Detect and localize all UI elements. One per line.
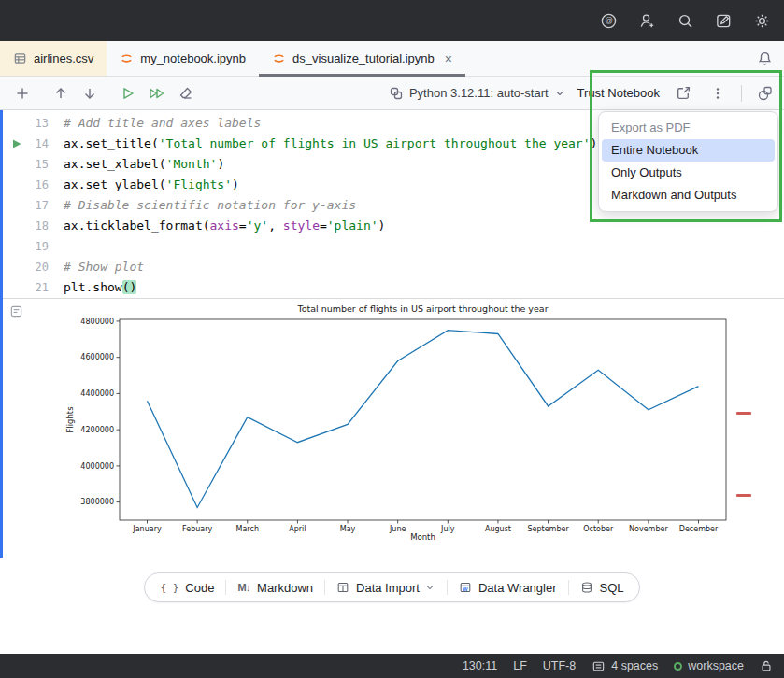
tab-bar: airlines.csvmy_notebook.ipynbds_visualiz… — [0, 41, 784, 77]
line-number: 20 — [24, 257, 49, 277]
line-number: 17 — [24, 195, 49, 216]
line-number: 16 — [24, 175, 49, 195]
button-label: Markdown — [257, 581, 313, 595]
toolbar-divider — [741, 85, 742, 102]
cell-output: 3800000400000042000004400000460000048000… — [0, 299, 784, 560]
tab-my-notebook-ipynb[interactable]: my_notebook.ipynb — [107, 41, 259, 76]
tab-label: ds_visualize_tutorial.ipynb — [292, 51, 435, 65]
svg-text:March: March — [236, 525, 259, 533]
data-import-icon — [336, 581, 349, 594]
tab-airlines-csv[interactable]: airlines.csv — [0, 41, 107, 76]
tab-strip: airlines.csvmy_notebook.ipynbds_visualiz… — [0, 41, 465, 76]
search-icon[interactable] — [676, 11, 694, 30]
caret-position[interactable]: 130:11 — [463, 659, 497, 672]
indent-setting[interactable]: 4 spaces — [592, 659, 658, 673]
database-icon — [580, 581, 593, 594]
button-label: Data Wrangler — [478, 581, 557, 595]
code-text: ax.set_title('Total number of flights in… — [49, 134, 597, 154]
add-cell-icon[interactable] — [11, 82, 34, 105]
button-label: Code — [185, 581, 214, 595]
code-text: ax.ticklabel_format(axis='y', style='pla… — [49, 216, 385, 236]
add-data-wrangler-cell-button[interactable]: WData Wrangler — [448, 573, 568, 601]
export-icon[interactable] — [672, 82, 694, 105]
gutter-space — [0, 236, 24, 257]
workspace-status-icon — [674, 662, 682, 671]
menu-item-markdown-and-outputs[interactable]: Markdown and Outputs — [602, 184, 775, 206]
error-stripe-mark[interactable] — [736, 412, 751, 415]
add-user-icon[interactable] — [637, 11, 656, 30]
svg-text:January: January — [132, 525, 162, 533]
indent-label: 4 spaces — [611, 659, 658, 672]
settings-icon[interactable] — [752, 11, 771, 30]
menu-item-only-outputs[interactable]: Only Outputs — [602, 162, 775, 184]
workspace-label: workspace — [688, 659, 744, 672]
line-number: 19 — [24, 236, 49, 257]
python-interpreter-icon — [389, 86, 404, 101]
run-cell-gutter-icon[interactable] — [0, 134, 24, 154]
jupyter-icon — [272, 51, 286, 65]
svg-text:September: September — [527, 525, 569, 533]
add-code-cell-button[interactable]: { }Code — [149, 573, 225, 601]
jupyter-servers-icon[interactable] — [754, 82, 777, 105]
editor-line-21[interactable]: 21plt.show() — [0, 277, 784, 298]
indent-icon — [592, 659, 606, 673]
tab-label: airlines.csv — [34, 51, 93, 65]
line-separator[interactable]: LF — [513, 659, 527, 672]
run-cell-icon[interactable] — [117, 82, 139, 105]
ai-assistant-icon[interactable]: @ — [599, 11, 618, 30]
add-sql-cell-button[interactable]: SQL — [569, 573, 635, 601]
table-icon — [13, 51, 27, 65]
editor-line-18[interactable]: 18ax.ticklabel_format(axis='y', style='p… — [0, 216, 784, 236]
svg-text:August: August — [485, 525, 511, 533]
chevron-down-icon — [424, 582, 435, 593]
run-all-cells-icon[interactable] — [146, 82, 168, 105]
gutter-space — [0, 175, 24, 195]
svg-text:4200000: 4200000 — [80, 426, 114, 434]
menu-header-export-as-pdf: Export as PDF — [599, 117, 777, 139]
more-options-kebab-icon[interactable] — [706, 82, 729, 105]
code-text: # Show plot — [49, 257, 144, 277]
error-stripe-mark[interactable] — [736, 494, 751, 497]
line-number: 15 — [24, 154, 49, 175]
markdown-icon: M↓ — [237, 582, 250, 593]
interpreter-label: Python 3.12.11: auto-start — [409, 86, 549, 100]
svg-text:Febuary: Febuary — [182, 525, 212, 533]
editor-line-19[interactable]: 19 — [0, 236, 784, 257]
gutter-space — [0, 257, 24, 277]
trust-notebook-button[interactable]: Trust Notebook — [577, 86, 660, 100]
clear-outputs-icon[interactable] — [175, 82, 197, 105]
svg-text:3800000: 3800000 — [80, 498, 114, 506]
svg-text:Total number of flights in US: Total number of flights in US airport th… — [296, 304, 548, 314]
workspace-status[interactable]: workspace — [674, 659, 744, 672]
lock-icon[interactable] — [760, 659, 773, 672]
svg-text:May: May — [340, 525, 356, 533]
line-number: 13 — [24, 113, 49, 134]
interpreter-selector[interactable]: Python 3.12.11: auto-start — [389, 86, 565, 101]
svg-text:4400000: 4400000 — [80, 389, 114, 398]
feedback-icon[interactable] — [714, 11, 733, 30]
svg-text:Month: Month — [410, 532, 435, 542]
svg-text:December: December — [679, 525, 719, 533]
move-cell-down-icon[interactable] — [78, 82, 101, 105]
menu-item-entire-notebook[interactable]: Entire Notebook — [602, 139, 775, 162]
line-number: 21 — [24, 277, 49, 298]
svg-text:July: July — [440, 525, 455, 533]
move-cell-up-icon[interactable] — [50, 82, 72, 105]
code-text: ax.set_xlabel('Month') — [49, 154, 224, 175]
tab-close-icon[interactable]: × — [445, 51, 452, 66]
button-label: Data Import — [356, 581, 420, 595]
editor-line-20[interactable]: 20# Show plot — [0, 257, 784, 277]
wrangler-icon: W — [459, 581, 472, 594]
tab-ds-visualize-tutorial-ipynb[interactable]: ds_visualize_tutorial.ipynb× — [259, 41, 465, 76]
gutter-space — [0, 277, 24, 298]
notifications-bell-icon[interactable] — [757, 41, 773, 76]
svg-text:4600000: 4600000 — [80, 353, 114, 361]
file-encoding[interactable]: UTF-8 — [543, 659, 576, 672]
gutter-space — [0, 195, 24, 216]
output-options-icon[interactable] — [9, 304, 23, 321]
title-bar: @ — [0, 0, 784, 41]
gutter-space — [0, 216, 24, 236]
selected-cell-stripe — [0, 110, 3, 558]
add-data-import-cell-button[interactable]: Data Import — [325, 573, 447, 601]
add-markdown-cell-button[interactable]: M↓Markdown — [226, 573, 324, 601]
